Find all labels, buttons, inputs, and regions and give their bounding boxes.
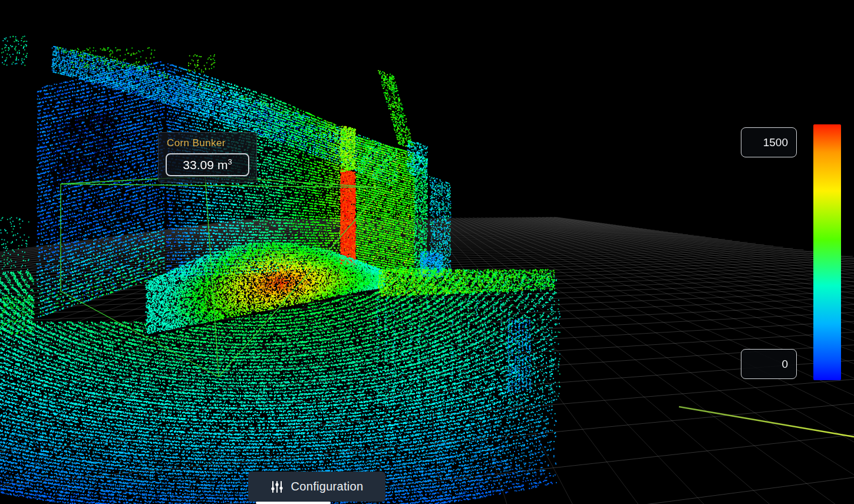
volume-unit: m	[217, 158, 228, 172]
configuration-button[interactable]: Configuration	[248, 472, 385, 502]
bottom-panel-handle[interactable]	[256, 502, 331, 504]
colorbar-gradient	[813, 124, 841, 380]
pointcloud-viewport[interactable]	[0, 0, 854, 504]
measurement-tooltip: Corn Bunker 33.09m3	[158, 132, 257, 183]
configuration-label: Configuration	[291, 480, 364, 493]
volume-value: 33.09m3	[166, 153, 249, 176]
colorbar-max-input[interactable]: 1500	[741, 127, 797, 157]
sliders-icon	[271, 481, 283, 493]
colorbar-min-input[interactable]: 0	[741, 349, 797, 379]
volume-number: 33.09	[183, 158, 214, 172]
volume-exponent: 3	[227, 157, 232, 166]
tooltip-title: Corn Bunker	[167, 137, 249, 149]
